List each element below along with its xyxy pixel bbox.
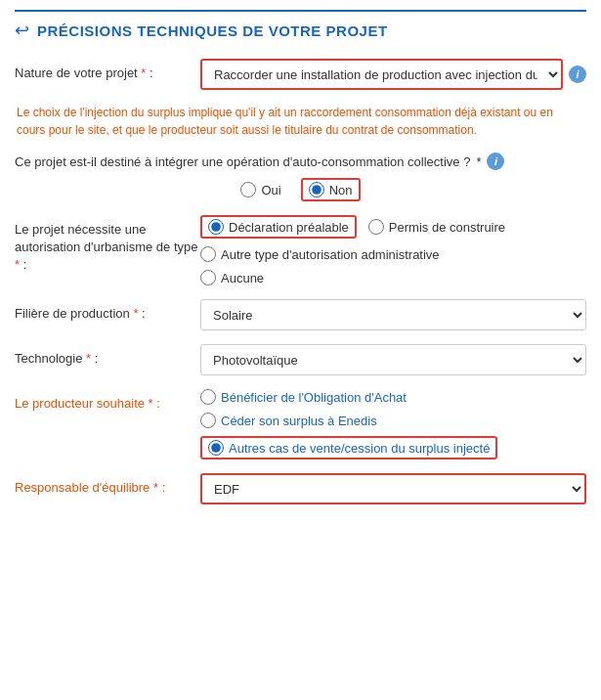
- autoconsommation-oui[interactable]: Oui: [240, 178, 280, 201]
- nature-info-icon[interactable]: i: [569, 66, 586, 83]
- injection-info-message: Le choix de l'injection du surplus impli…: [15, 104, 586, 139]
- urbanisme-aucune-label: Aucune: [221, 271, 264, 285]
- urbanisme-autre-radio[interactable]: [200, 246, 216, 262]
- autoconsommation-non-highlight: Non: [301, 178, 361, 201]
- urbanisme-row: Le projet nécessite une autorisation d'u…: [15, 215, 586, 285]
- nature-select-wrapper: Raccorder une installation de production…: [200, 59, 563, 90]
- producteur-obligation-label: Bénéficier de l'Obligation d'Achat: [221, 390, 407, 405]
- responsable-label: Responsable d'équilibre * :: [15, 473, 200, 497]
- producteur-label: Le producteur souhaite * :: [15, 389, 200, 413]
- filiere-row: Filière de production * : Solaire: [15, 299, 586, 330]
- filiere-select[interactable]: Solaire: [200, 299, 586, 330]
- back-icon: ↩: [15, 20, 29, 41]
- urbanisme-options: Déclaration préalable Permis de construi…: [200, 215, 586, 285]
- nature-select[interactable]: Raccorder une installation de production…: [200, 59, 563, 90]
- autoconsommation-oui-label: Oui: [261, 183, 280, 197]
- producteur-obligation-radio[interactable]: [200, 389, 216, 405]
- technologie-select[interactable]: Photovoltaïque: [200, 344, 586, 375]
- responsable-select-wrapper: EDF: [200, 473, 586, 504]
- urbanisme-top-row: Déclaration préalable Permis de construi…: [200, 215, 586, 239]
- responsable-select[interactable]: EDF: [200, 473, 586, 504]
- producteur-row: Le producteur souhaite * : Bénéficier de…: [15, 389, 586, 459]
- producteur-ceder-radio[interactable]: [200, 413, 216, 428]
- autoconsommation-radio-group: Oui Non: [15, 178, 586, 201]
- autoconsommation-oui-radio[interactable]: [240, 182, 256, 197]
- responsable-row: Responsable d'équilibre * : EDF: [15, 473, 586, 504]
- urbanisme-permis-radio[interactable]: [368, 219, 384, 235]
- urbanisme-aucune-radio[interactable]: [200, 270, 216, 285]
- producteur-autres-radio[interactable]: [208, 440, 224, 456]
- producteur-autres-label: Autres cas de vente/cession du surplus i…: [229, 441, 490, 456]
- autoconsommation-info-icon[interactable]: i: [487, 153, 504, 170]
- filiere-label: Filière de production * :: [15, 299, 200, 323]
- urbanisme-permis-label: Permis de construire: [389, 220, 505, 235]
- producteur-ceder[interactable]: Céder son surplus à Enedis: [200, 413, 497, 428]
- producteur-options: Bénéficier de l'Obligation d'Achat Céder…: [200, 389, 497, 459]
- urbanisme-declaration-label: Déclaration préalable: [229, 220, 349, 235]
- page-header: ↩ PRÉCISIONS TECHNIQUES DE VOTRE PROJET: [15, 10, 586, 41]
- producteur-obligation[interactable]: Bénéficier de l'Obligation d'Achat: [200, 389, 497, 405]
- autoconsommation-non-radio[interactable]: [309, 182, 324, 197]
- autoconsommation-non[interactable]: Non: [309, 182, 353, 197]
- urbanisme-declaration[interactable]: Déclaration préalable: [208, 219, 349, 235]
- producteur-ceder-label: Céder son surplus à Enedis: [221, 414, 377, 428]
- autoconsommation-question: Ce projet est-il destiné à intégrer une …: [15, 153, 586, 170]
- declaration-highlight: Déclaration préalable: [200, 215, 357, 239]
- urbanisme-permis[interactable]: Permis de construire: [368, 219, 505, 235]
- urbanisme-aucune[interactable]: Aucune: [200, 270, 586, 285]
- urbanisme-label: Le projet nécessite une autorisation d'u…: [15, 215, 200, 275]
- urbanisme-declaration-radio[interactable]: [208, 219, 224, 235]
- nature-label: Nature de votre projet * :: [15, 59, 200, 82]
- producteur-autres[interactable]: Autres cas de vente/cession du surplus i…: [208, 440, 490, 456]
- nature-row: Nature de votre projet * : Raccorder une…: [15, 59, 586, 90]
- technologie-label: Technologie * :: [15, 344, 200, 368]
- urbanisme-autre[interactable]: Autre type d'autorisation administrative: [200, 246, 586, 262]
- filiere-select-wrapper: Solaire: [200, 299, 586, 330]
- technologie-row: Technologie * : Photovoltaïque: [15, 344, 586, 375]
- page-title: PRÉCISIONS TECHNIQUES DE VOTRE PROJET: [37, 22, 388, 39]
- autoconsommation-non-label: Non: [329, 183, 353, 197]
- nature-control: Raccorder une installation de production…: [200, 59, 586, 90]
- technologie-select-wrapper: Photovoltaïque: [200, 344, 586, 375]
- nature-required: *: [141, 66, 146, 80]
- producteur-autres-highlight: Autres cas de vente/cession du surplus i…: [200, 436, 497, 459]
- urbanisme-autre-label: Autre type d'autorisation administrative: [221, 247, 440, 262]
